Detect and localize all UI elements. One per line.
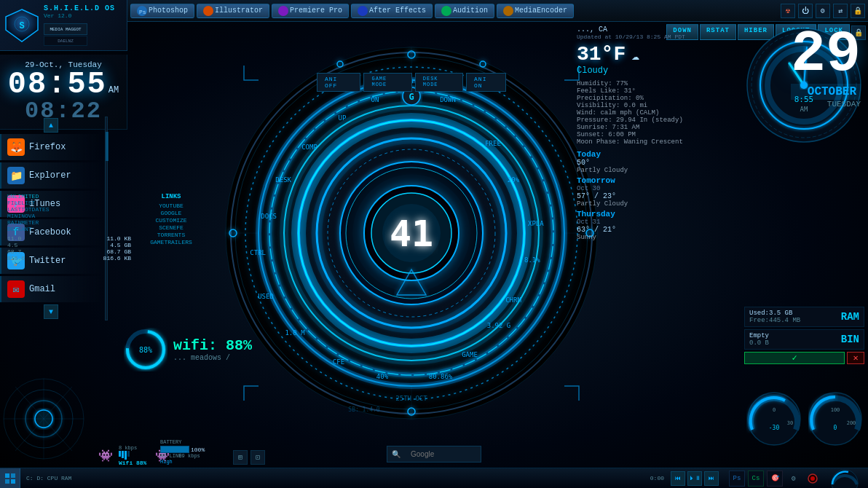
wifi-ring-svg: 88%	[124, 328, 167, 371]
svg-rect-84	[5, 479, 9, 484]
settings-icon-top[interactable]: ⚙	[816, 4, 830, 18]
svg-text:G: G	[409, 92, 414, 102]
wifi-network: ... meadows /	[173, 354, 252, 362]
svg-text:DOCS: DOCS	[261, 213, 277, 220]
weather-humidity: Humidity: 77%	[577, 80, 737, 87]
tray-icon-2[interactable]: ⊡	[250, 450, 265, 465]
desk-mode-button[interactable]: DESK MODE	[415, 73, 463, 92]
mediaencoder-label: MediaEncoder	[515, 7, 567, 15]
svg-text:30: 30	[787, 420, 793, 426]
media-controls-section: 0:00 ⏮ ⏵⏸ ⏭	[640, 471, 725, 486]
taskbar-ps-icon[interactable]: Ps	[729, 471, 745, 487]
bar-3	[125, 451, 127, 460]
link-youtube[interactable]: YOUTUBE	[135, 202, 208, 209]
battery-fill	[161, 446, 189, 452]
app-audition[interactable]: Audition	[435, 4, 494, 18]
network-icon[interactable]: ⇄	[833, 4, 848, 18]
sidebar-scroll-indicator	[106, 132, 108, 161]
app-mediaencoder[interactable]: MediaEncoder	[497, 4, 574, 18]
battery-ac-line: 100%	[160, 446, 205, 453]
sidebar-item-gmail[interactable]: ✉ Gmail	[0, 276, 102, 302]
sidebar-scroll-up[interactable]: ▲	[44, 118, 58, 133]
photoshop-label: Photoshop	[149, 7, 188, 15]
tray-icon-1[interactable]: ⊞	[233, 450, 248, 465]
link-scenefe[interactable]: SCENEFE	[135, 224, 208, 231]
user-name: MEDIA MAGGOT	[50, 27, 81, 32]
bin-cancel-button[interactable]: ✕	[847, 352, 864, 364]
shield-logo: S	[4, 8, 39, 43]
weather-details: Humidity: 77% Feels Like: 31° Precipitat…	[577, 80, 737, 146]
sidebar-scroll-down[interactable]: ▼	[44, 304, 58, 319]
aftereffects-label: After Effects	[369, 7, 426, 15]
ram-used: Used:3.5 GB	[749, 310, 800, 317]
arc-reactor: 41 8:55 AM FREE 20% XPLA 8.1% CHRM 3.92 …	[222, 44, 601, 422]
battery-label-section: BATTERY 100% AC LINE High	[160, 439, 205, 465]
svg-text:Ps: Ps	[139, 9, 146, 15]
battery-bar	[160, 446, 189, 453]
weather-temp: 31°F	[577, 43, 626, 66]
weather-updated: Updated at 10/29/13 8:25 AM PDT	[577, 34, 737, 40]
time-ampm: AM	[108, 85, 119, 95]
link-torrents[interactable]: TORRENTS	[135, 232, 208, 238]
bin-label: BIN	[841, 334, 859, 345]
user-badge: MEDIA MAGGOT	[44, 23, 87, 35]
wifi-info: wifi: 88% ... meadows /	[173, 337, 252, 362]
media-prev-button[interactable]: ⏮	[671, 471, 685, 486]
media-play-button[interactable]: ⏵⏸	[687, 471, 702, 486]
speedo-small	[825, 468, 868, 489]
gmail-label: Gmail	[29, 284, 55, 294]
app-illustrator[interactable]: Illustrator	[197, 4, 269, 18]
illustrator-label: Illustrator	[215, 7, 263, 15]
app-photoshop[interactable]: Ps Photoshop	[130, 4, 194, 18]
app-premiere[interactable]: Premiere Pro	[272, 4, 349, 18]
weather-icon: ☁	[631, 47, 639, 63]
bin-ok-button[interactable]: ✓	[744, 352, 845, 364]
bar-1	[119, 451, 121, 457]
os-version: Ver 12.0	[44, 12, 122, 19]
link-customize[interactable]: CUSTOMIZE	[135, 217, 208, 224]
gmail-icon: ✉	[7, 280, 25, 298]
power-icon[interactable]: ⏻	[798, 4, 813, 18]
weather-visibility: Visibility: 0.0 mi	[577, 102, 737, 109]
weather-sunrise: Sunrise: 7:31 AM	[577, 124, 737, 131]
radiation-icon[interactable]: ☢	[781, 4, 795, 18]
disk-size-1: 11.0 KB	[106, 235, 131, 242]
lock-icon-top[interactable]: 🔒	[851, 4, 865, 18]
mode-buttons: ANI OFF GAME MODE DESK MODE ANI ON	[317, 73, 506, 92]
svg-text:0: 0	[773, 407, 776, 413]
svg-text:ON: ON	[371, 96, 379, 103]
battery-info: 8 kbps Wifi 88%	[119, 445, 146, 466]
taskbar-ai-icon[interactable]: 🎯	[767, 471, 783, 487]
start-button[interactable]	[0, 468, 20, 489]
sidebar-item-firefox[interactable]: 🦊 Firefox	[0, 134, 102, 160]
ram-section: Used:3.5 GB Free:445.4 MB RAM Empty 0.0 …	[744, 307, 864, 364]
disk-row-2: 4.5 4.5 GB	[7, 242, 131, 248]
search-input[interactable]	[403, 448, 476, 460]
sidebar-item-explorer[interactable]: 📁 Explorer	[0, 162, 102, 189]
deviant-label: DEVIANT	[7, 226, 131, 232]
ani-on-button[interactable]: ANI ON	[466, 73, 506, 92]
tomorrow-temp: 57° / 23°	[577, 192, 737, 200]
link-google[interactable]: GOOGLE	[135, 210, 208, 216]
link-gametrailers[interactable]: GAMETRAILERS	[135, 239, 208, 245]
ani-off-button[interactable]: ANI OFF	[317, 73, 360, 92]
app-aftereffects[interactable]: After Effects	[351, 4, 433, 18]
wifi-section: 88% wifi: 88% ... meadows /	[124, 328, 252, 371]
media-next-button[interactable]: ⏭	[704, 471, 719, 486]
power-btn-svg	[807, 473, 818, 484]
taskbar-cs-icon[interactable]: Cs	[748, 471, 764, 487]
arc-reactor-svg: 41 8:55 AM FREE 20% XPLA 8.1% CHRM 3.92 …	[222, 44, 601, 422]
svg-text:COMP: COMP	[301, 143, 317, 151]
svg-text:CFE: CFE	[333, 358, 344, 366]
system-tray: ⊞ ⊡	[233, 450, 265, 465]
svg-text:80.86%: 80.86%	[429, 373, 453, 380]
taskbar-power-icon[interactable]	[805, 471, 821, 487]
bar-2	[122, 451, 124, 458]
battery-type: AC LINE	[160, 453, 205, 459]
game-mode-button[interactable]: GAME MODE	[363, 73, 411, 92]
ram-row: Used:3.5 GB Free:445.4 MB RAM	[744, 307, 864, 327]
svg-text:20%: 20%	[508, 176, 520, 184]
taskbar-gear-icon[interactable]: ⚙	[786, 471, 802, 487]
disk-size-4: 816.6 KB	[103, 255, 131, 261]
weather-sunset: Sunset: 6:00 PM	[577, 131, 737, 138]
